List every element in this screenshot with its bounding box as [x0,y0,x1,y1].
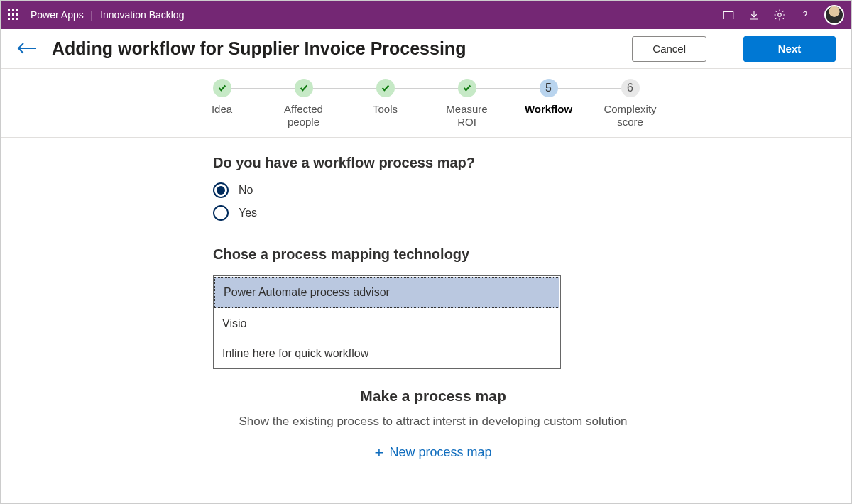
wizard-stepper: IdeaAffectedpeopleToolsMeasureROI5Workfl… [1,69,851,138]
radio-option-no[interactable]: No [213,182,653,198]
radio-icon [213,205,229,221]
cancel-button[interactable]: Cancel [632,36,706,62]
app-topbar: Power Apps | Innovation Backlog [1,1,851,29]
technology-listbox[interactable]: Power Automate process advisorVisioInlin… [213,275,561,369]
radio-label: No [239,184,253,197]
step-1[interactable]: Idea [181,79,263,128]
svg-point-1 [778,13,782,17]
settings-icon[interactable] [773,9,786,21]
product-name: Power Apps [31,9,84,21]
make-map-title: Make a process map [213,388,653,405]
check-icon [213,79,231,97]
app-launcher-icon[interactable] [8,9,19,21]
step-4[interactable]: MeasureROI [426,79,508,128]
step-label: Workflow [525,103,572,116]
svg-point-2 [804,18,805,18]
step-label: MeasureROI [446,103,487,128]
step-label: Complexityscore [604,103,656,128]
next-button[interactable]: Next [743,36,836,62]
tech-option-1[interactable]: Visio [214,309,560,339]
step-3[interactable]: Tools [344,79,426,128]
radio-option-yes[interactable]: Yes [213,205,653,221]
step-number: 5 [540,79,558,97]
step-5[interactable]: 5Workflow [508,79,589,128]
svg-rect-0 [723,12,733,18]
question-technology: Chose a process mapping technology [213,246,653,263]
plus-icon: + [375,444,384,462]
radio-label: Yes [239,207,257,219]
new-process-map-button[interactable]: + New process map [213,444,653,462]
check-icon [458,79,476,97]
download-icon[interactable] [748,9,760,21]
breadcrumb-section: Innovation Backlog [100,9,184,21]
make-map-subtitle: Show the existing process to attract int… [213,413,653,431]
help-icon[interactable] [799,9,812,21]
step-label: Affectedpeople [284,103,323,128]
page-title: Adding workflow for Supplier Invoice Pro… [52,38,618,59]
step-number: 6 [621,79,640,97]
back-arrow-icon[interactable] [16,40,38,58]
tech-option-0[interactable]: Power Automate process advisor [214,277,559,308]
check-icon [376,79,395,97]
title-divider: | [87,9,98,21]
radio-icon [213,182,229,198]
tech-option-2[interactable]: Inline here for quick workflow [214,339,560,368]
step-label: Tools [373,103,398,116]
check-icon [295,79,313,97]
new-process-map-label: New process map [389,445,491,460]
page-header: Adding workflow for Supplier Invoice Pro… [1,29,851,69]
app-title: Power Apps | Innovation Backlog [31,9,184,21]
wizard-content: Do you have a workflow process map? NoYe… [199,155,653,462]
flow-icon[interactable] [722,9,735,21]
step-label: Idea [212,103,232,116]
step-6[interactable]: 6Complexityscore [589,79,671,128]
question-workflow-map: Do you have a workflow process map? [213,155,653,171]
user-avatar[interactable] [824,5,844,25]
step-2[interactable]: Affectedpeople [263,79,344,128]
